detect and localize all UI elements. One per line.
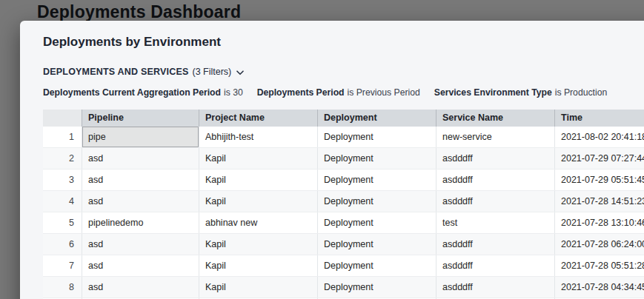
cell-deployment[interactable]: Deployment [317,148,436,169]
filter-environment-type: Services Environment Typeis Production [434,87,607,98]
row-number-cell: 1 [43,127,82,147]
cell-project[interactable]: Kapil [199,277,317,298]
cell-deployment[interactable]: Deployment [317,169,436,190]
table-row: 2 asd Kapil Deployment asdddff 2021-07-2… [43,148,644,169]
cell-project[interactable]: Kapil [199,169,317,190]
row-number-cell: 8 [43,277,82,298]
row-number-cell: 4 [43,191,82,212]
cell-service[interactable]: asdddff [436,148,554,169]
cell-service[interactable]: asdddff [436,277,554,298]
row-number-cell: 2 [43,148,82,169]
table-row: 8 asd Kapil Deployment asdddff 2021-07-2… [43,277,644,298]
column-header-service-name[interactable]: Service Name [436,110,554,127]
cell-deployment[interactable]: Deployment [317,127,436,147]
column-header-time[interactable]: Time [554,110,644,127]
table-row: 4 asd Kapil Deployment asdddff 2021-07-2… [43,191,644,212]
cell-pipeline[interactable]: asd [82,277,199,298]
cell-time[interactable]: 2021-07-28 06:24:00 [554,234,644,255]
cell-service[interactable]: asdddff [436,169,554,190]
cell-time[interactable]: 2021-07-28 05:51:28 [554,255,644,276]
table-body: 1 pipe Abhijith-test Deployment new-serv… [43,127,644,299]
cell-time[interactable]: 2021-07-29 07:27:44 [554,148,644,169]
filters-count-label: (3 Filters) [193,67,232,77]
cell-pipeline[interactable]: asd [82,169,199,190]
cell-time[interactable]: 2021-07-29 05:51:45 [554,169,644,190]
cell-deployment[interactable]: Deployment [317,234,436,255]
table-row: 7 asd Kapil Deployment asdddff 2021-07-2… [43,255,644,277]
filters-section-toggle[interactable]: DEPLOYMENTS AND SERVICES (3 Filters) [43,66,244,78]
cell-service[interactable]: new-service [436,127,554,147]
cell-pipeline[interactable]: asd [82,191,199,212]
modal-title: Deployments by Environment [43,35,644,50]
cell-project[interactable]: Kapil [199,191,317,212]
table-row: 1 pipe Abhijith-test Deployment new-serv… [43,127,644,148]
cell-pipeline[interactable]: pipe [82,127,199,147]
cell-pipeline[interactable]: asd [82,234,199,255]
cell-project[interactable]: abhinav new [199,212,317,233]
cell-time[interactable]: 2021-07-28 14:51:23 [554,191,644,212]
cell-project[interactable]: Kapil [199,148,317,169]
row-number-cell: 7 [43,255,82,276]
row-number-cell: 3 [43,169,82,190]
cell-service[interactable]: test [436,212,554,233]
cell-time[interactable]: 2021-07-28 13:10:46 [554,212,644,233]
cell-service[interactable]: asdddff [436,191,554,212]
drill-modal: Deployments by Environment DEPLOYMENTS A… [20,21,644,299]
table-row: 5 pipelinedemo abhinav new Deployment te… [43,212,644,234]
cell-project[interactable]: Kapil [199,234,317,255]
deployments-table: Pipeline Project Name Deployment Service… [43,110,644,299]
filter-aggregation-period: Deployments Current Aggregation Periodis… [43,87,243,98]
filter-deployments-period: Deployments Periodis Previous Period [257,87,420,98]
column-header-pipeline[interactable]: Pipeline [82,110,199,127]
row-number-header [43,110,82,127]
cell-time[interactable]: 2021-08-02 20:41:18 [554,127,644,147]
cell-project[interactable]: Abhijith-test [199,127,317,147]
filters-section-label: DEPLOYMENTS AND SERVICES [43,67,189,77]
cell-deployment[interactable]: Deployment [317,212,436,233]
cell-deployment[interactable]: Deployment [317,255,436,276]
row-number-cell: 5 [43,212,82,233]
cell-time[interactable]: 2021-07-28 04:34:45 [554,277,644,298]
table-header-row: Pipeline Project Name Deployment Service… [43,110,644,127]
cell-deployment[interactable]: Deployment [317,191,436,212]
cell-pipeline[interactable]: asd [82,148,199,169]
cell-deployment[interactable]: Deployment [317,277,436,298]
applied-filters-row: Deployments Current Aggregation Periodis… [43,87,644,98]
cell-service[interactable]: asdddff [436,255,554,276]
cell-pipeline[interactable]: pipelinedemo [82,212,199,233]
chevron-down-icon[interactable] [236,67,244,78]
row-number-cell: 6 [43,234,82,255]
column-header-project-name[interactable]: Project Name [199,110,317,127]
table-row: 3 asd Kapil Deployment asdddff 2021-07-2… [43,169,644,191]
table-row: 6 asd Kapil Deployment asdddff 2021-07-2… [43,234,644,255]
column-header-deployment[interactable]: Deployment [317,110,436,127]
cell-pipeline[interactable]: asd [82,255,199,276]
cell-service[interactable]: asdddff [436,234,554,255]
cell-project[interactable]: Kapil [199,255,317,276]
